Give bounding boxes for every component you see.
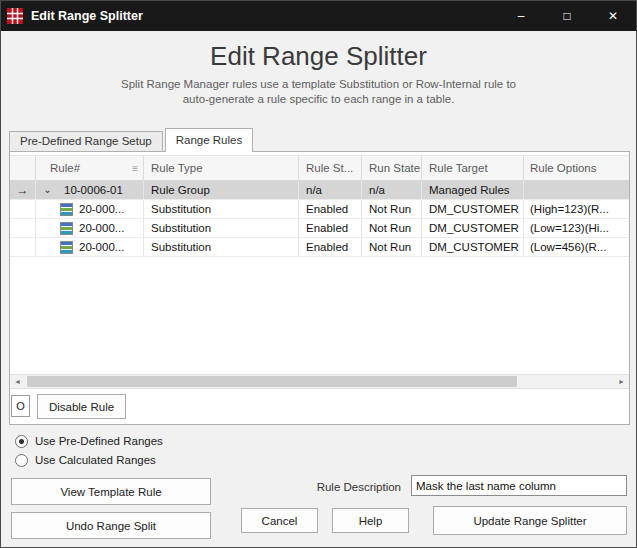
tab-predefined-range-setup[interactable]: Pre-Defined Range Setup — [9, 131, 163, 151]
rule-description-label: Rule Description — [299, 481, 401, 493]
cell-rule-options: (Low=123)(Hi... — [524, 219, 629, 237]
radio-selected-icon[interactable] — [15, 435, 28, 448]
cell-run-state: Not Run — [362, 200, 422, 218]
grid-header-row: Rule# ≡ Rule Type Rule St... Run State R… — [10, 155, 629, 181]
cell-rule-no: 20-000... — [79, 238, 124, 256]
grid-horizontal-scrollbar[interactable]: ◄ ► — [10, 374, 629, 389]
rule-description-input[interactable] — [411, 475, 627, 496]
column-header-rule-options[interactable]: Rule Options — [524, 156, 629, 180]
titlebar: Edit Range Splitter – □ ✕ — [1, 1, 636, 31]
cell-rule-no: 10-0006-01 — [64, 181, 123, 199]
grid-indicator-header — [10, 156, 36, 180]
cell-rule-target: DM_CUSTOMER — [422, 238, 524, 256]
cell-rule-target: Managed Rules — [422, 181, 524, 199]
rule-table-icon — [60, 203, 73, 216]
grid-row-rule-group[interactable]: → ⌄ 10-0006-01 Rule Group n/a n/a Manage… — [10, 181, 629, 200]
tab-strip: Pre-Defined Range Setup Range Rules — [9, 128, 255, 151]
column-header-run-state[interactable]: Run State — [362, 156, 422, 180]
cell-rule-no: 20-000... — [79, 219, 124, 237]
column-header-rule-status[interactable]: Rule St... — [299, 156, 362, 180]
cell-run-state: n/a — [362, 181, 422, 199]
radio-calculated-label: Use Calculated Ranges — [35, 454, 156, 466]
subtitle-line-2: auto-generate a rule specific to each ra… — [183, 93, 455, 105]
range-rules-tab-page: Rule# ≡ Rule Type Rule St... Run State R… — [9, 151, 630, 425]
radio-use-calculated-ranges[interactable]: Use Calculated Ranges — [15, 453, 156, 467]
tab-range-rules[interactable]: Range Rules — [165, 128, 253, 152]
grid-row-child-rule[interactable]: 20-000... Substitution Enabled Not Run D… — [10, 238, 629, 257]
cell-run-state: Not Run — [362, 219, 422, 237]
disable-rule-button[interactable]: Disable Rule — [37, 394, 126, 419]
cancel-button[interactable]: Cancel — [241, 508, 318, 533]
page-subtitle: Split Range Manager rules use a template… — [1, 77, 636, 107]
cell-rule-type: Substitution — [144, 200, 299, 218]
scroll-right-icon[interactable]: ► — [614, 378, 629, 385]
rule-table-icon — [60, 241, 73, 254]
sort-filter-icon[interactable]: ≡ — [132, 156, 138, 180]
scrollbar-thumb[interactable] — [27, 376, 517, 387]
update-range-splitter-button[interactable]: Update Range Splitter — [433, 506, 627, 535]
radio-unselected-icon[interactable] — [15, 454, 28, 467]
cell-rule-type: Substitution — [144, 219, 299, 237]
column-header-rule-no[interactable]: Rule# ≡ — [36, 156, 144, 180]
cell-rule-options: (Low=456)(R... — [524, 238, 629, 256]
radio-predefined-label: Use Pre-Defined Ranges — [35, 435, 163, 447]
window-title: Edit Range Splitter — [31, 9, 143, 23]
row-expander-icon[interactable]: ⌄ — [40, 181, 55, 199]
cell-rule-status: Enabled — [299, 219, 362, 237]
column-header-rule-type[interactable]: Rule Type — [144, 156, 299, 180]
grid-row-child-rule[interactable]: 20-000... Substitution Enabled Not Run D… — [10, 200, 629, 219]
cell-rule-no: 20-000... — [79, 200, 124, 218]
cell-rule-type: Substitution — [144, 238, 299, 256]
undo-range-split-button[interactable]: Undo Range Split — [11, 512, 211, 539]
help-button[interactable]: Help — [332, 508, 409, 533]
grid-status-cell: O — [11, 395, 30, 417]
page-title: Edit Range Splitter — [1, 41, 636, 72]
focused-row-arrow-icon: → — [17, 183, 29, 197]
maximize-button[interactable]: □ — [544, 1, 590, 31]
app-logo-icon — [7, 8, 23, 24]
cell-rule-status: Enabled — [299, 238, 362, 256]
view-template-rule-button[interactable]: View Template Rule — [11, 478, 211, 505]
cell-rule-options — [524, 181, 629, 199]
cell-rule-type: Rule Group — [144, 181, 299, 199]
cell-rule-status: n/a — [299, 181, 362, 199]
column-header-rule-target[interactable]: Rule Target — [422, 156, 524, 180]
edit-range-splitter-dialog: Edit Range Splitter – □ ✕ Edit Range Spl… — [0, 0, 637, 548]
cell-rule-target: DM_CUSTOMER — [422, 219, 524, 237]
cell-rule-options: (High=123)(R... — [524, 200, 629, 218]
close-button[interactable]: ✕ — [590, 1, 636, 31]
grid-row-child-rule[interactable]: 20-000... Substitution Enabled Not Run D… — [10, 219, 629, 238]
cell-rule-status: Enabled — [299, 200, 362, 218]
column-header-rule-no-label: Rule# — [50, 156, 80, 180]
scroll-left-icon[interactable]: ◄ — [10, 378, 25, 385]
rules-grid: Rule# ≡ Rule Type Rule St... Run State R… — [10, 155, 629, 257]
minimize-button[interactable]: – — [498, 1, 544, 31]
subtitle-line-1: Split Range Manager rules use a template… — [121, 78, 516, 90]
radio-use-predefined-ranges[interactable]: Use Pre-Defined Ranges — [15, 434, 163, 448]
rule-table-icon — [60, 222, 73, 235]
window-controls: – □ ✕ — [498, 1, 636, 31]
cell-rule-target: DM_CUSTOMER — [422, 200, 524, 218]
cell-run-state: Not Run — [362, 238, 422, 256]
